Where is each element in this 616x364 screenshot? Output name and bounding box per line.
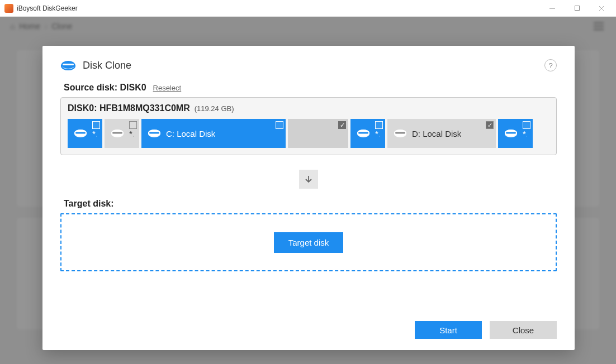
target-disk-label: Target disk: [64, 199, 557, 209]
partition-label: C: Local Disk [166, 129, 215, 138]
svg-rect-18 [149, 132, 159, 133]
partition-checkbox[interactable] [129, 121, 137, 129]
drive-icon [393, 127, 407, 140]
target-disk-button[interactable]: Target disk [274, 232, 344, 253]
drive-icon [147, 127, 162, 140]
close-window-button[interactable] [589, 1, 614, 16]
target-disk-dropzone[interactable]: Target disk [60, 213, 557, 271]
partition-4[interactable]: *: [350, 119, 385, 148]
partition-label: *: [523, 129, 527, 138]
titlebar: iBoysoft DiskGeeker [0, 0, 616, 17]
partition-label: *: [92, 129, 97, 138]
source-disk-box: DISK0: HFB1M8MQ331C0MR (119.24 GB) *:*:C… [60, 97, 557, 155]
partition-checkbox[interactable] [92, 121, 100, 129]
partition-0[interactable]: *: [68, 119, 102, 148]
disk-clone-dialog: Disk Clone ? Source disk: DISK0 Reselect… [42, 46, 575, 350]
titlebar-left: iBoysoft DiskGeeker [4, 4, 78, 13]
partition-1[interactable]: *: [105, 119, 139, 148]
svg-rect-27 [506, 132, 516, 133]
partition-checkbox[interactable] [276, 121, 283, 129]
svg-rect-21 [358, 132, 368, 133]
drive-icon [356, 127, 371, 140]
reselect-link[interactable]: Reselect [153, 84, 182, 92]
svg-rect-24 [395, 132, 405, 133]
dialog-actions: Start Close [60, 321, 557, 339]
drive-icon [504, 127, 518, 140]
disk-clone-icon [60, 59, 76, 71]
close-button[interactable]: Close [490, 321, 557, 339]
window-controls [540, 1, 614, 16]
disk-name-row: DISK0: HFB1M8MQ331C0MR (119.24 GB) [68, 103, 549, 113]
partition-label: *: [375, 129, 380, 138]
dialog-header: Disk Clone ? [60, 59, 557, 71]
start-button[interactable]: Start [415, 321, 482, 339]
partition-label: *: [129, 129, 134, 138]
drive-icon [110, 127, 125, 140]
window-title: iBoysoft DiskGeeker [17, 4, 78, 12]
partition-checkbox[interactable] [338, 121, 346, 129]
minimize-button[interactable] [540, 1, 565, 16]
partition-checkbox[interactable] [486, 121, 494, 129]
svg-rect-15 [112, 132, 122, 133]
partition-5[interactable]: D: Local Disk [387, 119, 496, 148]
dialog-title: Disk Clone [83, 60, 131, 71]
partition-strip: *:*:C: Local Disk*:D: Local Disk*: [68, 119, 549, 148]
app-logo-icon [4, 4, 13, 13]
disk-name: DISK0: HFB1M8MQ331C0MR [68, 103, 190, 113]
partition-checkbox[interactable] [523, 121, 530, 129]
partition-6[interactable]: *: [498, 119, 533, 148]
partition-checkbox[interactable] [375, 121, 383, 129]
help-button[interactable]: ? [544, 59, 557, 71]
arrow-down-icon [299, 170, 318, 189]
svg-rect-9 [63, 64, 74, 65]
source-disk-label: Source disk: DISK0 [64, 83, 146, 93]
svg-rect-1 [575, 6, 579, 11]
partition-label: D: Local Disk [412, 129, 461, 138]
partition-2[interactable]: C: Local Disk [141, 119, 286, 148]
svg-rect-12 [75, 132, 86, 133]
source-disk-row: Source disk: DISK0 Reselect [60, 83, 557, 93]
drive-icon [73, 127, 88, 140]
disk-size: (119.24 GB) [195, 104, 234, 113]
partition-3[interactable] [288, 119, 348, 148]
maximize-button[interactable] [565, 1, 589, 16]
main-window-backdrop: ⌂ Home › Clone Disk Clone ? Source disk:… [0, 17, 616, 364]
